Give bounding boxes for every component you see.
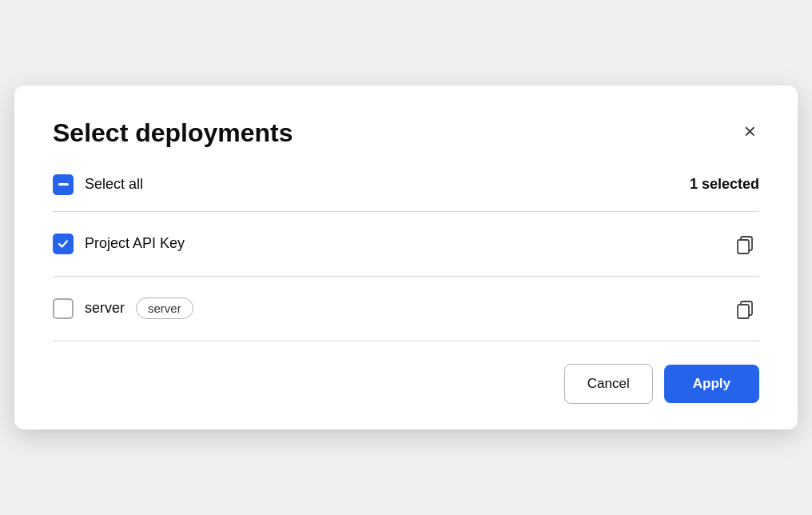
selected-count: 1 selected (690, 176, 759, 193)
dialog-header: Select deployments × (53, 118, 759, 148)
copy-icon-server (734, 297, 756, 320)
deployment-checkbox-server[interactable] (53, 298, 74, 319)
svg-rect-1 (738, 240, 749, 254)
deployment-name-server: server (85, 300, 125, 317)
select-all-label: Select all (85, 176, 143, 193)
apply-button[interactable]: Apply (664, 365, 759, 403)
deployment-checkbox-project-api-key[interactable] (53, 234, 74, 254)
deployment-row-server: server server (53, 277, 759, 341)
cancel-button[interactable]: Cancel (564, 364, 653, 404)
copy-button-server[interactable] (730, 294, 759, 323)
deployment-left: Project API Key (53, 234, 185, 254)
dialog-footer: Cancel Apply (53, 364, 759, 404)
close-button[interactable]: × (741, 118, 759, 145)
dialog-title: Select deployments (53, 118, 293, 148)
select-deployments-dialog: Select deployments × Select all 1 select… (14, 86, 798, 429)
deployment-row: Project API Key (53, 212, 759, 277)
server-tag: server (136, 297, 193, 319)
copy-button-project-api-key[interactable] (730, 230, 759, 258)
deployment-left-server: server server (53, 297, 193, 319)
select-all-row: Select all 1 selected (53, 174, 759, 212)
select-all-checkbox[interactable] (53, 174, 74, 195)
copy-icon (734, 233, 756, 255)
deployment-name-project-api-key: Project API Key (85, 235, 185, 252)
select-all-left: Select all (53, 174, 143, 195)
svg-rect-3 (738, 305, 749, 318)
